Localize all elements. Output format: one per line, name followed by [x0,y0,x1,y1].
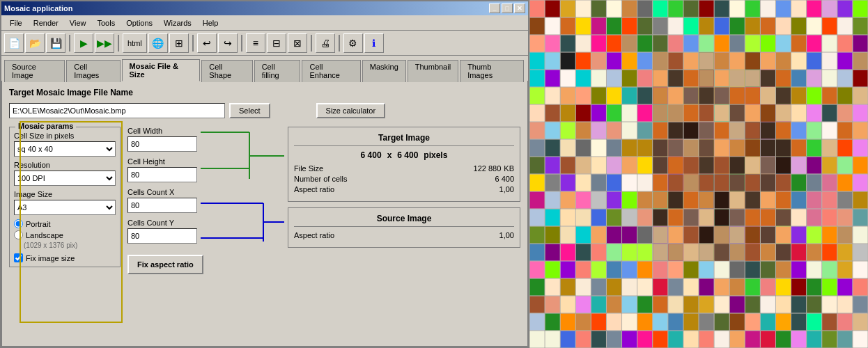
file-size-unit: KB [504,164,514,173]
portrait-label: Portrait [26,220,50,228]
select-button[interactable]: Select [229,103,270,118]
cells-count-x-input[interactable] [127,198,197,213]
cell-width-label: Cell Width [127,127,281,135]
new-btn[interactable]: 📄 [4,33,24,53]
cell-height-input[interactable] [127,167,197,182]
aspect-ratio-row: Aspect ratio 1,00 [294,185,514,193]
tab-mosaic-file-size[interactable]: Mosaic File & Size [122,59,201,81]
cells-count-y-field: Cells Count Y [127,219,281,244]
menu-file[interactable]: File [4,17,28,29]
tab-cell-images[interactable]: Cell Images [66,60,120,82]
info-btn[interactable]: ℹ [364,33,384,53]
tab-cell-shape[interactable]: Cell Shape [201,60,252,82]
sep6 [339,35,340,52]
right-panel: Target Image 6 400 x 6 400 pixels File S… [288,127,520,274]
mosaic-canvas [529,0,868,348]
tab-thumbnail[interactable]: Thumbnail [408,60,458,82]
target-aspect-ratio-value: 1,00 [499,185,514,193]
file-size-value: 122 880 [474,164,502,173]
source-image-box: Source Image Aspect ratio 1,00 [288,207,520,248]
grid-btn[interactable]: ⊞ [169,33,189,53]
settings-btn[interactable]: ⚙ [343,33,363,53]
resolution-field: Resolution 100 DPI 72 DPI 150 DPI [14,161,116,186]
menu-tools[interactable]: Tools [91,17,121,29]
undo-btn[interactable]: ↩ [197,33,217,53]
content-area: Target Mosaic Image File Name Select Siz… [1,81,528,347]
middle-panel: Cell Width Cell Height Cells Count X [127,127,281,274]
sep4 [241,35,242,52]
resolution-label: Resolution [14,161,116,169]
cells-count-x-field: Cells Count X [127,188,281,213]
fix-image-size-label: Fix image size [26,254,75,262]
cell-width-field: Cell Width [127,127,281,152]
window-title: Mosaic application [4,4,72,13]
window-controls[interactable]: _ □ ✕ [489,3,525,13]
tab-cell-enhance[interactable]: Cell Enhance [302,60,360,82]
landscape-radio[interactable] [14,230,23,239]
menu-wizards[interactable]: Wizards [158,17,197,29]
tab-cell-filling[interactable]: Cell filling [254,60,301,82]
size-calculator-button[interactable]: Size calculator [316,103,386,118]
app-window: Mosaic application _ □ ✕ File Render Vie… [0,0,529,348]
redo-btn[interactable]: ↪ [218,33,238,53]
cell-height-label: Cell Height [127,157,281,166]
title-bar: Mosaic application _ □ ✕ [1,1,528,15]
play-btn[interactable]: ▶ [74,33,93,53]
source-image-title: Source Image [294,214,514,227]
fix-aspect-ratio-button[interactable]: Fix aspect ratio [127,255,203,274]
cell-size-field: Cell Size in pixels sq 40 x 40 sq 20 x 2… [14,132,116,157]
sep1 [69,35,70,52]
target-image-box: Target Image 6 400 x 6 400 pixels File S… [288,127,520,202]
tab-bar: Source Image Cell Images Mosaic File & S… [1,56,528,81]
print-btn[interactable]: 🖨 [316,33,335,53]
align-right-btn[interactable]: ⊠ [288,33,307,53]
target-aspect-ratio-label: Aspect ratio [294,185,499,193]
cells-count-y-label: Cells Count Y [127,219,281,227]
source-aspect-ratio-row: Aspect ratio 1,00 [294,231,514,239]
num-cells-label: Number of cells [294,175,495,183]
file-row: Select Size calculator [9,103,520,118]
image-size-select[interactable]: A3 A4 A2 [14,200,116,215]
tab-thumb-images[interactable]: Thumb Images [460,60,524,82]
tab-masking[interactable]: Masking [362,60,406,82]
html-btn[interactable]: html [123,33,147,53]
file-path-input[interactable] [9,103,225,118]
pixel-display: 6 400 x 6 400 pixels [294,150,514,160]
minimize-btn[interactable]: _ [489,3,500,13]
fix-image-size-row: Fix image size [14,253,116,262]
resolution-select[interactable]: 100 DPI 72 DPI 150 DPI [14,171,116,186]
mosaic-preview [529,0,868,348]
cell-size-select[interactable]: sq 40 x 40 sq 20 x 20 sq 80 x 80 [14,141,116,157]
image-size-label: Image Size [14,190,116,198]
cells-count-y-input[interactable] [127,228,197,244]
tab-source-image[interactable]: Source Image [4,60,65,82]
cells-count-x-label: Cells Count X [127,188,281,196]
cell-width-input[interactable] [127,136,197,152]
source-aspect-ratio-label: Aspect ratio [294,231,499,239]
save-btn[interactable]: 💾 [46,33,65,53]
source-aspect-ratio-value: 1,00 [499,231,514,239]
dimensions-text: (1029 x 1376 pix) [24,242,116,249]
target-width: 6 400 [361,150,382,160]
mosaic-params-label: Mosaic params [15,122,76,130]
play-fast-btn[interactable]: ▶▶ [95,33,114,53]
maximize-btn[interactable]: □ [502,3,513,13]
cell-size-label: Cell Size in pixels [14,132,116,140]
portrait-radio[interactable] [14,219,23,228]
menu-view[interactable]: View [64,17,92,29]
section-title: Target Mosaic Image File Name [9,88,520,97]
left-panel: Mosaic params Cell Size in pixels sq 40 … [9,127,121,274]
fix-image-size-checkbox[interactable] [14,253,23,262]
num-cells-row: Number of cells 6 400 [294,175,514,183]
menu-help[interactable]: Help [197,17,224,29]
toolbar: 📄 📂 💾 ▶ ▶▶ html 🌐 ⊞ ↩ ↪ ≡ ⊟ ⊠ 🖨 ⚙ ℹ [1,31,528,56]
menu-options[interactable]: Options [121,17,158,29]
web-btn[interactable]: 🌐 [148,33,168,53]
open-btn[interactable]: 📂 [25,33,45,53]
align-center-btn[interactable]: ⊟ [267,33,286,53]
sep2 [118,35,119,52]
menu-render[interactable]: Render [28,17,64,29]
align-left-btn[interactable]: ≡ [246,33,265,53]
main-content: Mosaic params Cell Size in pixels sq 40 … [9,127,520,274]
close-btn[interactable]: ✕ [514,3,525,13]
